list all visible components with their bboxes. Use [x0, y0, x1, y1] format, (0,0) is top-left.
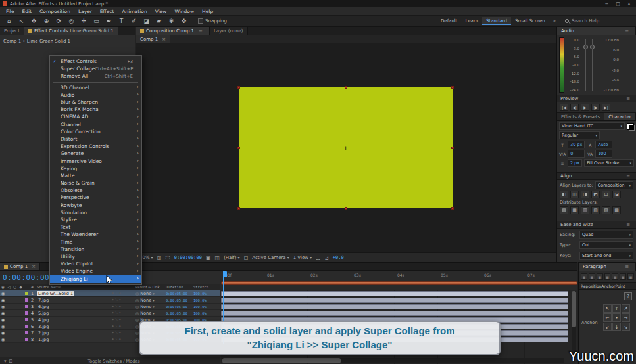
distribute-center-h-button[interactable]: ▨ [602, 206, 610, 214]
layer-name[interactable]: Lime Gr...Solid 1 [37, 291, 74, 296]
menubar-item[interactable]: File [2, 9, 18, 14]
panel-menu-icon[interactable]: ≡ [622, 264, 631, 269]
pickwhip-icon[interactable]: ◎ [135, 298, 139, 302]
prev-frame-button[interactable]: ◀| [570, 104, 579, 111]
slider-knob[interactable] [590, 45, 595, 49]
align-bottom-button[interactable]: ◪ [612, 191, 621, 198]
menubar-item[interactable]: Help [198, 9, 217, 14]
transfer-controls-icon[interactable]: ⊞ [9, 359, 13, 364]
layer-label-color[interactable] [25, 311, 28, 315]
distribute-left-button[interactable]: ▧ [591, 206, 600, 214]
layer-switches[interactable]: ✦ ⟍ ✦ [99, 317, 134, 322]
selection-handle[interactable] [451, 147, 454, 149]
justify-last-center-button[interactable]: ≡ [612, 273, 618, 280]
camera-select[interactable]: Active Camera [252, 255, 289, 260]
layer-row[interactable]: ◉ 4 5.jpg ✦ ⟍ ✦ ◎ None▾ [0, 310, 220, 317]
layer-visibility-toggle[interactable]: ◉ [0, 324, 6, 329]
align-center-h-button[interactable]: ◫ [570, 191, 579, 198]
anchor-top-left-button[interactable]: ↖ [603, 304, 612, 313]
eye-icon[interactable]: ◉ [0, 285, 6, 289]
tracking-value[interactable]: 100 [595, 150, 612, 158]
tab-composition[interactable]: Composition Comp 1 ≡ [136, 27, 210, 35]
time-ruler[interactable]: :00f01s02s03s04s05s06s07s [221, 271, 577, 290]
align-panel-header[interactable]: Align ≡ [557, 172, 636, 180]
context-menu-item[interactable]: ✓ Stylize › [50, 216, 141, 223]
layer-label-color[interactable] [25, 305, 28, 308]
mask-visibility-button[interactable]: ⬚ [165, 255, 170, 261]
ease-row-select[interactable]: Quad▾ [579, 231, 633, 239]
anchor-top-right-button[interactable]: ↗ [622, 304, 630, 313]
context-menu-item[interactable]: ✓ The Waenderer › [50, 231, 141, 238]
leading-value[interactable]: Auto [595, 141, 612, 148]
camera-tool-icon[interactable]: ◎ [65, 18, 78, 24]
selection-handle[interactable] [451, 86, 454, 89]
context-menu-item[interactable]: ✓ Matte › [50, 172, 141, 179]
layer-visibility-toggle[interactable]: ◉ [0, 298, 6, 303]
layer-visibility-toggle[interactable]: ◉ [0, 311, 6, 316]
anchor-bottom-button[interactable]: ↓ [612, 323, 621, 331]
tab-layer[interactable]: Layer (none) [210, 27, 248, 35]
font-size-value[interactable]: 30 px [568, 141, 585, 148]
roto-brush-tool-icon[interactable]: ✾ [165, 18, 178, 24]
menubar-item[interactable]: Animation [118, 9, 151, 14]
expand-layers-icon[interactable]: ▾ [4, 359, 7, 364]
justify-all-button[interactable]: ≡ [627, 273, 634, 280]
layer-label-color[interactable] [25, 318, 28, 321]
context-menu-item[interactable]: ✓ Audio › [50, 91, 141, 99]
context-menu-item[interactable]: ✓ Obsolete › [50, 187, 141, 194]
layer-stretch[interactable]: 100.0% [193, 305, 220, 309]
orbit-tool-icon[interactable]: ⟳ [53, 18, 65, 24]
zoom-tool-icon[interactable]: ⊕ [40, 18, 53, 24]
align-top-button[interactable]: ◩ [591, 191, 600, 198]
tab-audio[interactable]: Audio ≡ [557, 27, 636, 35]
layer-duration-bar[interactable] [221, 298, 568, 303]
layer-duration[interactable]: 0:00:05:00 [166, 298, 193, 302]
parent-link-header[interactable]: Parent & Link [134, 285, 166, 289]
context-menu-item[interactable]: ✓ CINEMA 4D › [50, 113, 141, 120]
layer-switches[interactable]: ✦ ⟍ ✦ [99, 304, 134, 309]
audio-icon[interactable]: ◁ [6, 285, 12, 289]
context-menu-item[interactable]: ✓ Text › [50, 223, 141, 231]
shape-tool-icon[interactable]: ▭ [90, 18, 103, 24]
composition-viewer[interactable]: + [136, 43, 556, 252]
layer-duration[interactable]: 0:00:05:00 [166, 305, 193, 309]
workspace-tab[interactable]: Standard [482, 17, 511, 25]
layer-visibility-toggle[interactable]: ◉ [0, 330, 6, 336]
first-frame-button[interactable]: |◀ [560, 104, 568, 111]
exposure-value[interactable]: +0.0 [333, 255, 344, 260]
menubar-item[interactable]: Composition [36, 9, 74, 14]
pan-behind-tool-icon[interactable]: ✛ [78, 18, 90, 24]
distribute-bottom-button[interactable]: ▥ [581, 206, 589, 214]
layer-visibility-toggle[interactable]: ◉ [0, 317, 6, 323]
layer-label-color[interactable] [25, 331, 28, 334]
anchor-center-button[interactable]: • [612, 313, 621, 322]
close-icon[interactable]: × [162, 37, 166, 42]
slider-knob[interactable] [583, 45, 588, 49]
lock-icon[interactable]: ◆ [18, 285, 24, 289]
stroke-width-value[interactable]: 2 px [568, 159, 582, 167]
snapping-control[interactable]: Snapping [198, 18, 227, 24]
context-menu-item[interactable]: ✓ Simulation › [50, 209, 141, 216]
pixel-aspect-button[interactable]: ⚏ [316, 255, 320, 261]
parent-link-select[interactable]: ◎ None▾ [134, 298, 166, 303]
context-menu-item[interactable]: ✓ Keying › [50, 165, 141, 172]
font-family-select[interactable]: Viner Hand ITC▾ [559, 122, 625, 130]
grid-guides-button[interactable]: ⊞ [157, 255, 162, 261]
layer-label-color[interactable] [25, 338, 28, 341]
resolution-select[interactable]: (Half) [224, 255, 239, 260]
menubar-item[interactable]: Edit [18, 9, 36, 14]
layer-name[interactable]: 4.jpg [37, 317, 50, 323]
layer-duration-bar[interactable] [221, 291, 568, 296]
selection-handle[interactable] [237, 147, 240, 149]
layer-row[interactable]: ◉ 3 6.jpg ✦ ⟍ ✦ ◎ None▾ [0, 304, 220, 310]
timeline-tab-comp1[interactable]: Comp 1 × [0, 263, 40, 270]
tab-project[interactable]: Project [0, 27, 24, 35]
layer-switches[interactable]: ✦ ⟍ ✦ [99, 291, 134, 296]
minimize-button[interactable]: − [602, 1, 611, 7]
anchor-top-button[interactable]: ↑ [612, 304, 621, 313]
lime-green-solid-layer[interactable]: + [239, 87, 453, 208]
anchor-bottom-right-button[interactable]: ↘ [622, 323, 630, 331]
last-frame-button[interactable]: ▶| [602, 104, 610, 111]
scrollbar-thumb[interactable] [572, 291, 576, 327]
layer-visibility-toggle[interactable]: ◉ [0, 337, 6, 342]
